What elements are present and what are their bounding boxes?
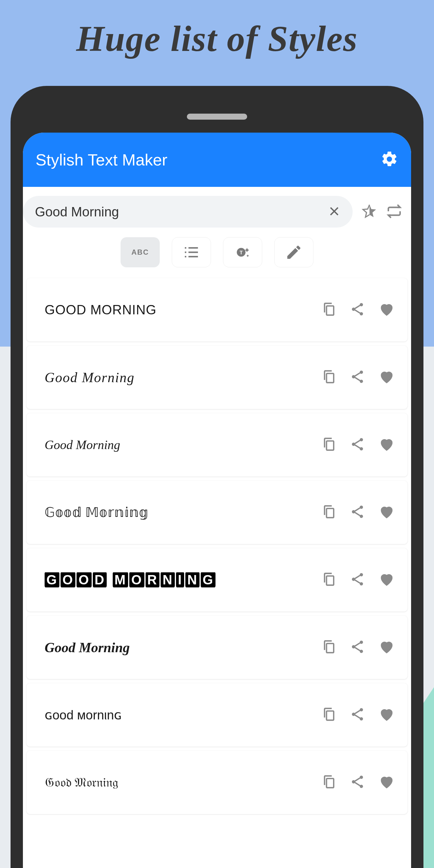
tab-edit[interactable]: [274, 237, 313, 267]
svg-line-15: [355, 310, 360, 313]
svg-line-38: [355, 575, 360, 579]
input-value: Good Morning: [35, 204, 328, 219]
share-icon[interactable]: [350, 301, 365, 318]
svg-rect-2: [185, 247, 186, 249]
copy-icon[interactable]: [321, 639, 337, 656]
svg-line-50: [355, 710, 360, 714]
svg-line-39: [355, 580, 360, 583]
phone-speaker: [187, 114, 247, 120]
tab-abc[interactable]: ABC: [121, 237, 160, 267]
styled-text: Good Morning: [44, 640, 321, 655]
share-icon[interactable]: [350, 369, 365, 386]
style-card[interactable]: GOOD MORNING: [27, 548, 407, 612]
svg-line-57: [355, 782, 360, 786]
svg-line-21: [355, 377, 360, 381]
tab-row: ABC T: [26, 231, 408, 278]
svg-line-33: [355, 513, 360, 516]
copy-icon[interactable]: [321, 707, 337, 723]
svg-rect-52: [327, 778, 334, 787]
share-icon[interactable]: [350, 639, 365, 656]
heart-icon[interactable]: [378, 638, 396, 657]
svg-line-51: [355, 715, 360, 718]
styled-text: GOOD MORNING: [44, 302, 321, 317]
copy-icon[interactable]: [321, 301, 337, 318]
svg-line-14: [355, 305, 360, 309]
style-card[interactable]: Good Morning: [27, 616, 407, 679]
svg-rect-5: [188, 247, 198, 249]
heart-icon[interactable]: [378, 706, 396, 724]
style-card[interactable]: Good Morning: [27, 346, 407, 409]
promo-headline: Huge list of Styles: [0, 18, 434, 60]
share-icon[interactable]: [350, 436, 365, 453]
svg-line-44: [355, 643, 360, 646]
settings-button[interactable]: [380, 150, 398, 169]
svg-line-20: [355, 373, 360, 376]
styled-text: ɢood мornιnɢ: [44, 708, 321, 722]
styled-text: Good Morning: [44, 370, 321, 385]
style-card[interactable]: Good Morning: [27, 413, 407, 476]
style-card[interactable]: 𝔾𝕠𝕠𝕕 𝕄𝕠𝕣𝕟𝕚𝕟𝕘: [27, 481, 407, 544]
heart-icon[interactable]: [378, 570, 396, 589]
app-screen: Stylish Text Maker Good Morning: [23, 133, 411, 868]
copy-icon[interactable]: [321, 571, 337, 588]
input-row: Good Morning: [26, 187, 408, 231]
copy-icon[interactable]: [321, 774, 337, 791]
share-icon[interactable]: [350, 571, 365, 588]
svg-text:T: T: [240, 250, 243, 255]
share-icon[interactable]: [350, 504, 365, 521]
text-input[interactable]: Good Morning: [23, 196, 352, 227]
abc-label: ABC: [131, 248, 149, 256]
heart-icon[interactable]: [378, 368, 396, 387]
svg-rect-6: [188, 252, 198, 253]
styled-text: 𝔾𝕠𝕠𝕕 𝕄𝕠𝕣𝕟𝕚𝕟𝕘: [44, 504, 321, 520]
tab-numbered-list[interactable]: [172, 237, 211, 267]
shuffle-button[interactable]: [386, 204, 402, 220]
style-card[interactable]: GOOD MORNING: [27, 278, 407, 341]
svg-rect-22: [327, 441, 334, 450]
styled-text: 𝔊𝔬𝔬𝔡 𝔐𝔬𝔯𝔫𝔦𝔫𝔤: [44, 775, 321, 789]
heart-icon[interactable]: [378, 773, 396, 792]
svg-rect-7: [188, 256, 198, 257]
heart-icon[interactable]: [378, 435, 396, 454]
clear-input-button[interactable]: [328, 205, 341, 219]
svg-line-26: [355, 440, 360, 444]
svg-rect-34: [327, 576, 334, 585]
heart-icon[interactable]: [378, 301, 396, 319]
phone-frame: Stylish Text Maker Good Morning: [10, 86, 424, 868]
app-bar: Stylish Text Maker: [23, 133, 411, 187]
svg-rect-4: [185, 256, 186, 257]
app-title: Stylish Text Maker: [36, 150, 167, 169]
svg-rect-28: [327, 508, 334, 518]
favorites-button[interactable]: [362, 204, 377, 220]
copy-icon[interactable]: [321, 504, 337, 521]
style-card[interactable]: ɢood мornιnɢ: [27, 683, 407, 747]
svg-line-27: [355, 445, 360, 448]
svg-rect-46: [327, 711, 334, 720]
share-icon[interactable]: [350, 774, 365, 791]
copy-icon[interactable]: [321, 436, 337, 453]
tab-decorate[interactable]: T: [223, 237, 262, 267]
svg-rect-10: [327, 306, 334, 315]
styled-text: Good Morning: [44, 438, 321, 452]
svg-rect-16: [327, 373, 334, 382]
heart-icon[interactable]: [378, 503, 396, 522]
svg-rect-40: [327, 644, 334, 652]
styles-list: GOOD MORNING Good Morning: [26, 278, 408, 814]
svg-rect-3: [185, 252, 186, 253]
svg-line-45: [355, 647, 360, 651]
share-icon[interactable]: [350, 707, 365, 723]
copy-icon[interactable]: [321, 369, 337, 386]
styled-text: GOOD MORNING: [44, 572, 321, 587]
svg-line-32: [355, 508, 360, 511]
style-card[interactable]: 𝔊𝔬𝔬𝔡 𝔐𝔬𝔯𝔫𝔦𝔫𝔤: [27, 751, 407, 814]
svg-line-56: [355, 778, 360, 781]
